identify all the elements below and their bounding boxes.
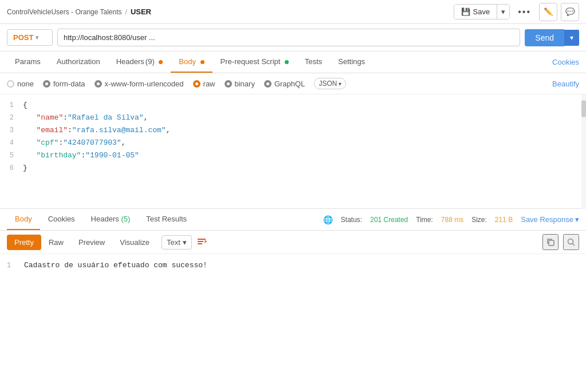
radio-urlencoded <box>95 80 102 88</box>
response-body-format-tabs: Pretty Raw Preview Visualize Text ▾ <box>0 231 586 254</box>
tab-settings[interactable]: Settings <box>330 52 373 73</box>
tab-authorization[interactable]: Authorization <box>49 52 108 73</box>
svg-rect-3 <box>549 240 554 246</box>
response-body-content: 1 Cadastro de usuário efetuado com suces… <box>0 254 586 346</box>
comment-icon-button[interactable]: 💬 <box>561 3 579 21</box>
tab-headers[interactable]: Headers(9) <box>108 52 171 73</box>
method-label: POST <box>13 33 33 42</box>
code-line-1: 1 { <box>0 99 586 112</box>
tab-body[interactable]: Body <box>171 52 212 73</box>
option-form-data[interactable]: form-data <box>43 80 85 88</box>
scrollbar-thumb[interactable] <box>581 100 586 117</box>
request-tabs: Params Authorization Headers(9) Body Pre… <box>0 52 586 73</box>
code-content-5: "birthday":"1990-01-05" <box>23 150 586 161</box>
radio-graphql <box>264 80 272 88</box>
line-num-5: 5 <box>0 150 23 161</box>
option-urlencoded[interactable]: x-www-form-urlencoded <box>95 80 184 88</box>
method-selector[interactable]: POST ▾ <box>7 29 53 46</box>
beautify-button[interactable]: Beautify <box>552 80 579 88</box>
option-none[interactable]: none <box>7 80 34 88</box>
globe-icon: 🌐 <box>323 215 333 224</box>
url-bar: POST ▾ Send ▾ <box>0 24 586 52</box>
vertical-scrollbar[interactable] <box>581 94 586 209</box>
line-num-2: 2 <box>0 112 23 124</box>
time-label: Time: <box>416 216 433 224</box>
resp-line-text-1: Cadastro de usuário efetuado com sucesso… <box>24 260 207 271</box>
send-arrow-button[interactable]: ▾ <box>564 30 579 46</box>
resp-tab-test-results[interactable]: Test Results <box>138 209 195 230</box>
resp-tab-body[interactable]: Body <box>7 209 40 230</box>
tab-body-label: Body <box>179 57 196 66</box>
line-num-4: 4 <box>0 137 23 149</box>
wrap-icon-button[interactable] <box>196 237 207 248</box>
radio-form-data <box>43 80 50 88</box>
request-body-editor[interactable]: 1 { 2 "name":"Rafael da Silva", 3 "email… <box>0 94 586 209</box>
json-type-selector[interactable]: JSON ▾ <box>314 78 346 89</box>
code-editor-area[interactable]: 1 { 2 "name":"Rafael da Silva", 3 "email… <box>0 94 586 209</box>
cookies-link[interactable]: Cookies <box>552 52 579 72</box>
line-num-6: 6 <box>0 163 23 174</box>
code-line-4: 4 "cpf":"42407077903", <box>0 137 586 149</box>
breadcrumb-project: ControlVehicleUsers - Orange Talents <box>7 8 122 16</box>
code-line-3: 3 "email":"rafa.silva@mail.com", <box>0 124 586 137</box>
resp-format-preview[interactable]: Preview <box>71 235 112 250</box>
resp-line-1: 1 Cadastro de usuário efetuado com suces… <box>7 260 579 271</box>
method-arrow-icon: ▾ <box>36 34 38 41</box>
response-meta: 🌐 Status: 201 Created Time: 788 ms Size:… <box>323 215 579 224</box>
text-type-selector[interactable]: Text ▾ <box>162 235 192 250</box>
text-selector-label: Text <box>167 238 180 247</box>
prerequest-dot <box>285 60 289 64</box>
save-label: Save <box>473 7 490 16</box>
option-graphql[interactable]: GraphQL <box>264 80 305 88</box>
resp-format-visualize[interactable]: Visualize <box>112 235 157 250</box>
top-bar: ControlVehicleUsers - Orange Talents / U… <box>0 0 586 24</box>
tab-prerequest-label: Pre-request Script <box>221 57 281 66</box>
line-num-3: 3 <box>0 125 23 136</box>
status-label: Status: <box>341 216 362 224</box>
save-arrow-button[interactable]: ▾ <box>497 5 509 19</box>
size-value: 211 B <box>495 216 513 224</box>
code-content-4: "cpf":"42407077903", <box>23 137 586 149</box>
resp-format-pretty[interactable]: Pretty <box>7 235 41 250</box>
svg-line-5 <box>573 244 575 246</box>
resp-tab-headers[interactable]: Headers (5) <box>83 209 139 230</box>
tab-tests[interactable]: Tests <box>297 52 330 73</box>
size-label: Size: <box>471 216 487 224</box>
more-options-button[interactable]: ••• <box>513 4 536 20</box>
option-urlencoded-label: x-www-form-urlencoded <box>105 80 184 88</box>
code-content-6: } <box>23 163 586 174</box>
option-binary-label: binary <box>235 80 255 88</box>
option-binary[interactable]: binary <box>225 80 255 88</box>
json-arrow-icon: ▾ <box>339 81 341 87</box>
tab-prerequest[interactable]: Pre-request Script <box>213 52 297 73</box>
status-value: 201 Created <box>370 216 408 224</box>
option-raw-label: raw <box>203 80 215 88</box>
radio-binary <box>225 80 232 88</box>
breadcrumb-current: USER <box>131 7 151 16</box>
time-value: 788 ms <box>441 216 463 224</box>
code-line-5: 5 "birthday":"1990-01-05" <box>0 149 586 162</box>
save-button[interactable]: 💾 Save <box>454 5 497 19</box>
code-content-2: "name":"Rafael da Silva", <box>23 112 586 124</box>
option-raw[interactable]: raw <box>193 80 215 88</box>
copy-button[interactable] <box>542 234 559 250</box>
body-options: none form-data x-www-form-urlencoded raw… <box>0 73 586 94</box>
svg-point-4 <box>568 239 573 244</box>
send-button[interactable]: Send <box>525 29 564 46</box>
body-dot <box>200 60 204 64</box>
save-response-button[interactable]: Save Response ▾ <box>521 215 579 224</box>
pencil-icon: ✏️ <box>544 7 553 16</box>
resp-line-num-1: 1 <box>7 260 24 271</box>
edit-icon-button[interactable]: ✏️ <box>539 3 557 21</box>
tab-params[interactable]: Params <box>7 52 49 73</box>
code-line-2: 2 "name":"Rafael da Silva", <box>0 112 586 124</box>
resp-tab-cookies[interactable]: Cookies <box>40 209 83 230</box>
search-button[interactable] <box>563 234 579 250</box>
resp-format-raw[interactable]: Raw <box>41 235 71 250</box>
breadcrumb: ControlVehicleUsers - Orange Talents / U… <box>7 7 151 16</box>
url-input[interactable] <box>57 29 520 46</box>
resp-headers-badge: (5) <box>121 215 130 223</box>
top-bar-actions: 💾 Save ▾ ••• ✏️ 💬 <box>454 3 579 21</box>
comment-icon: 💬 <box>565 7 575 16</box>
tab-headers-label: Headers <box>116 57 144 66</box>
